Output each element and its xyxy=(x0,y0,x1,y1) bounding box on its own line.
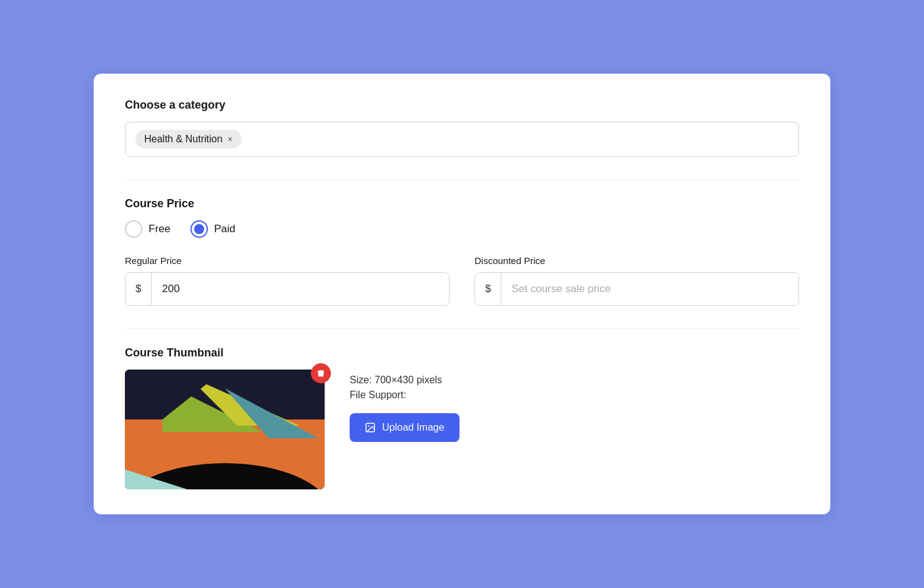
delete-thumbnail-button[interactable] xyxy=(311,363,331,383)
category-tag-text: Health & Nutrition xyxy=(144,134,222,145)
free-option[interactable]: Free xyxy=(125,220,170,238)
discounted-price-label: Discounted Price xyxy=(474,255,799,266)
svg-point-12 xyxy=(368,425,369,426)
upload-image-button[interactable]: Upload Image xyxy=(350,413,460,442)
discounted-currency-symbol: $ xyxy=(475,273,501,305)
thumbnail-preview xyxy=(125,370,325,489)
thumbnail-support: File Support: xyxy=(350,390,460,401)
free-radio[interactable] xyxy=(125,220,142,238)
price-fields: Regular Price $ Discounted Price $ xyxy=(125,255,799,306)
thumbnail-image xyxy=(125,370,325,489)
thumbnail-content: Size: 700×430 pixels File Support: Uploa… xyxy=(125,370,799,489)
paid-option[interactable]: Paid xyxy=(190,220,235,238)
thumbnail-size: Size: 700×430 pixels xyxy=(350,375,460,386)
category-tag-remove-button[interactable]: × xyxy=(227,135,232,144)
main-card: Choose a category Health & Nutrition × C… xyxy=(94,74,830,514)
trash-icon xyxy=(317,369,325,378)
category-section: Choose a category Health & Nutrition × xyxy=(125,99,799,157)
regular-price-wrapper: $ xyxy=(125,272,450,306)
discounted-price-wrapper: $ xyxy=(474,272,799,306)
upload-button-label: Upload Image xyxy=(382,422,445,433)
regular-price-label: Regular Price xyxy=(125,255,450,266)
price-label: Course Price xyxy=(125,197,799,210)
price-section: Course Price Free Paid Regular Price $ D… xyxy=(125,197,799,306)
regular-price-field: Regular Price $ xyxy=(125,255,450,306)
paid-label: Paid xyxy=(214,223,235,235)
paid-radio[interactable] xyxy=(190,220,208,238)
price-radio-group: Free Paid xyxy=(125,220,799,238)
thumbnail-section: Course Thumbnail xyxy=(125,346,799,489)
divider-1 xyxy=(125,179,799,180)
thumbnail-svg xyxy=(125,370,325,489)
category-tag: Health & Nutrition × xyxy=(135,130,242,149)
category-input-box[interactable]: Health & Nutrition × xyxy=(125,122,799,157)
discounted-price-input[interactable] xyxy=(501,273,799,305)
category-label: Choose a category xyxy=(125,99,799,112)
discounted-price-field: Discounted Price $ xyxy=(474,255,799,306)
regular-price-input[interactable] xyxy=(152,273,449,305)
upload-icon xyxy=(365,422,376,433)
thumbnail-info: Size: 700×430 pixels File Support: Uploa… xyxy=(350,370,460,442)
divider-2 xyxy=(125,328,799,329)
regular-currency-symbol: $ xyxy=(125,273,152,305)
thumbnail-label: Course Thumbnail xyxy=(125,346,799,360)
free-label: Free xyxy=(149,223,170,235)
